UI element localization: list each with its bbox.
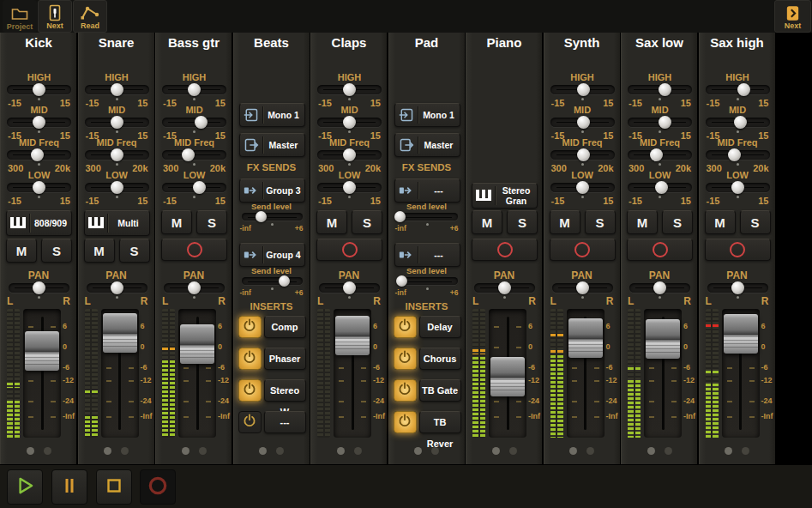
eq-slider-high[interactable] [85, 83, 149, 97]
eq-slider-mid[interactable] [628, 116, 692, 130]
eq-slider-mid[interactable] [706, 116, 770, 130]
eq-slider-low[interactable] [7, 181, 71, 195]
solo-button[interactable]: S [196, 210, 227, 234]
record-arm-button[interactable] [627, 239, 693, 261]
insert-name-button[interactable]: Stereo W [264, 379, 306, 402]
record-arm-button[interactable] [161, 239, 227, 261]
slider-handle[interactable] [737, 83, 750, 96]
record-button[interactable] [140, 469, 176, 505]
input-routing-button[interactable]: Mono 1 [394, 103, 460, 127]
insert-name-button[interactable]: Delay [419, 316, 461, 338]
mute-button[interactable]: M [550, 210, 580, 234]
slider-handle[interactable] [343, 148, 356, 161]
send-level-slider[interactable] [242, 275, 303, 287]
output-routing-button[interactable]: Master [394, 133, 460, 157]
pan-slider[interactable] [474, 281, 535, 295]
send-level-slider[interactable] [242, 211, 303, 222]
fader-handle[interactable] [335, 316, 370, 355]
eq-slider-low[interactable] [85, 181, 149, 195]
eq-slider-high[interactable] [7, 83, 71, 97]
slider-handle[interactable] [188, 281, 201, 294]
slider-handle[interactable] [577, 148, 590, 161]
send-level-slider[interactable] [397, 275, 458, 287]
insert-power-button[interactable] [394, 411, 417, 433]
mute-button[interactable]: M [316, 210, 347, 234]
eq-slider-mid-freq[interactable] [550, 148, 615, 162]
eq-slider-low[interactable] [550, 181, 615, 195]
eq-slider-mid[interactable] [85, 116, 149, 130]
slider-handle[interactable] [111, 116, 123, 129]
eq-slider-mid-freq[interactable] [628, 148, 692, 162]
eq-slider-high[interactable] [550, 83, 615, 97]
insert-name-button[interactable]: TB Gate [419, 379, 461, 402]
insert-power-button[interactable] [394, 316, 417, 338]
insert-power-button[interactable] [238, 316, 262, 338]
slider-handle[interactable] [577, 116, 590, 129]
eq-slider-mid-freq[interactable] [85, 148, 149, 162]
slider-handle[interactable] [33, 116, 45, 129]
eq-slider-mid[interactable] [317, 116, 382, 130]
page-dot[interactable] [121, 447, 129, 455]
slider-handle[interactable] [343, 281, 356, 294]
page-dot-active[interactable] [414, 447, 422, 455]
solo-button[interactable]: S [740, 210, 771, 234]
page-dot[interactable] [742, 447, 749, 455]
record-arm-button[interactable] [550, 239, 616, 261]
slider-handle[interactable] [655, 181, 668, 194]
pause-button[interactable] [51, 469, 87, 505]
page-dot[interactable] [431, 447, 439, 455]
slider-handle[interactable] [728, 148, 741, 161]
next-preset-button[interactable]: Next [38, 0, 72, 33]
insert-power-button[interactable] [238, 379, 262, 402]
page-dot-active[interactable] [259, 447, 267, 455]
solo-button[interactable]: S [119, 239, 150, 263]
pan-slider[interactable] [319, 281, 380, 295]
eq-slider-high[interactable] [628, 83, 692, 97]
slider-handle[interactable] [343, 83, 356, 96]
record-arm-button[interactable] [705, 239, 771, 261]
fx-send-1-button[interactable]: Group 3 [239, 178, 305, 203]
stop-button[interactable] [96, 469, 132, 505]
solo-button[interactable]: S [662, 210, 693, 234]
eq-slider-high[interactable] [162, 83, 226, 97]
fx-send-2-button[interactable]: Group 4 [239, 243, 305, 267]
fader-handle[interactable] [103, 313, 137, 353]
next-screen-button[interactable]: Next [774, 0, 811, 33]
mute-button[interactable]: M [472, 210, 502, 234]
fader-handle[interactable] [490, 357, 525, 396]
eq-slider-low[interactable] [317, 181, 382, 195]
slider-handle[interactable] [731, 181, 744, 194]
slider-handle[interactable] [111, 83, 123, 96]
eq-slider-mid-freq[interactable] [706, 148, 770, 162]
slider-handle[interactable] [111, 281, 123, 294]
page-dot[interactable] [354, 447, 362, 455]
page-dot-active[interactable] [182, 447, 189, 455]
eq-slider-low[interactable] [706, 181, 770, 195]
insert-name-button[interactable]: --- [264, 411, 306, 433]
mute-button[interactable]: M [84, 239, 115, 263]
fx-send-2-button[interactable]: --- [394, 243, 460, 267]
slider-handle[interactable] [731, 281, 744, 294]
solo-button[interactable]: S [507, 210, 538, 234]
page-dot-active[interactable] [492, 447, 500, 455]
insert-name-button[interactable]: TB Rever [419, 411, 461, 433]
insert-power-button[interactable] [394, 348, 417, 370]
slider-handle[interactable] [653, 281, 666, 294]
send-level-slider[interactable] [397, 211, 458, 222]
page-dot-active[interactable] [27, 447, 34, 455]
output-routing-button[interactable]: Master [239, 133, 305, 157]
slider-handle[interactable] [396, 275, 407, 287]
insert-power-button[interactable] [238, 348, 262, 370]
pan-slider[interactable] [629, 281, 690, 295]
page-dot[interactable] [509, 447, 517, 455]
instrument-button[interactable]: Stereo Gran [472, 183, 538, 209]
eq-slider-mid-freq[interactable] [162, 148, 226, 162]
slider-handle[interactable] [33, 83, 45, 96]
page-dot-active[interactable] [569, 447, 577, 455]
project-button[interactable]: Project [3, 0, 37, 33]
slider-handle[interactable] [111, 181, 123, 194]
read-automation-button[interactable]: Read [73, 0, 107, 33]
mute-button[interactable]: M [705, 210, 736, 234]
slider-handle[interactable] [498, 281, 511, 294]
slider-handle[interactable] [33, 281, 45, 294]
